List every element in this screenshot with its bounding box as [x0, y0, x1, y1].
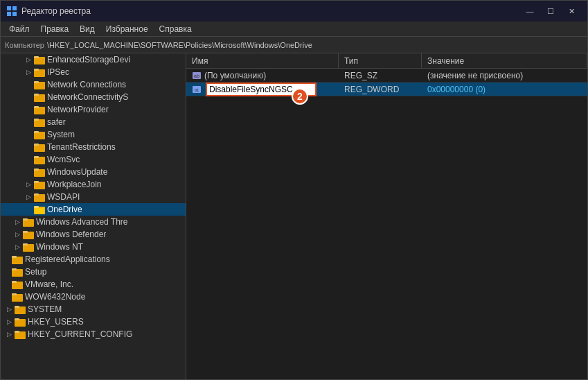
expand-icon[interactable]: ▷	[3, 304, 15, 315]
maximize-button[interactable]: ☐	[540, 3, 561, 19]
svg-rect-7	[34, 69, 39, 71]
detail-panel: Имя Тип Значение ab (По умолчанию) REG_S…	[186, 53, 587, 379]
tree-item-setup[interactable]: Setup	[1, 266, 186, 278]
svg-rect-36	[23, 243, 28, 245]
expand-icon[interactable]: ▷	[23, 67, 34, 78]
menu-view[interactable]: Вид	[74, 23, 100, 35]
expand-icon[interactable]	[23, 116, 34, 128]
expand-icon[interactable]: ▷	[23, 179, 34, 190]
expand-icon[interactable]	[23, 129, 34, 140]
tree-label: NetworkProvider	[47, 105, 109, 114]
tree-label: WcmSvc	[47, 155, 80, 164]
menu-file[interactable]: Файл	[3, 23, 35, 35]
close-button[interactable]: ✕	[561, 3, 582, 19]
svg-rect-19	[34, 144, 39, 146]
tree-label: Windows NT	[36, 242, 83, 252]
tree-item-windowsadvanced[interactable]: ▷ Windows Advanced Thre	[1, 216, 186, 228]
svg-rect-17	[34, 131, 39, 133]
folder-icon	[23, 217, 34, 227]
folder-icon	[23, 242, 34, 252]
tree-item-hkeycurrentconfig[interactable]: ▷ HKEY_CURRENT_CONFIG	[1, 328, 186, 340]
cell-name-default: ab (По умолчанию)	[186, 71, 339, 80]
expand-icon[interactable]	[1, 254, 12, 265]
svg-rect-21	[34, 156, 39, 158]
expand-icon[interactable]: ▷	[3, 316, 15, 327]
expand-icon[interactable]	[23, 104, 34, 115]
folder-icon	[34, 80, 45, 89]
tree-label: EnhancedStorageDevi	[47, 55, 130, 64]
tree-item-tenantrestrictions[interactable]: TenantRestrictions	[1, 141, 186, 153]
column-header-type: Тип	[339, 53, 422, 68]
expand-icon[interactable]	[23, 141, 34, 153]
svg-rect-48	[15, 318, 19, 320]
tree-item-system[interactable]: System	[1, 128, 186, 141]
svg-rect-23	[34, 169, 39, 171]
tree-item-windowsnt[interactable]: ▷ Windows NT	[1, 241, 186, 253]
window-controls: — ☐ ✕	[519, 3, 582, 19]
tree-item-wcmsvc[interactable]: WcmSvc	[1, 153, 186, 166]
tree-item-safer[interactable]: safer	[1, 116, 186, 128]
expand-icon[interactable]	[23, 154, 34, 165]
cell-type-disablefilesync: REG_DWORD	[339, 85, 422, 94]
tree-item-wow6432node[interactable]: WOW6432Node	[1, 291, 186, 303]
tree-item-windowsdefender[interactable]: ▷ Windows Defender	[1, 228, 186, 241]
tree-item-registeredapps[interactable]: RegisteredApplications	[1, 253, 186, 266]
folder-icon	[15, 304, 26, 314]
folder-icon	[34, 92, 45, 102]
tree-item-hkeyusers[interactable]: ▷ HKEY_USERS	[1, 316, 186, 328]
expand-icon[interactable]: ▷	[23, 54, 34, 65]
menu-help[interactable]: Справка	[154, 23, 197, 35]
tree-label: IPSec	[47, 67, 69, 77]
tree-item-windowsupdate[interactable]: WindowsUpdate	[1, 166, 186, 178]
minimize-button[interactable]: —	[519, 3, 540, 19]
tree-panel[interactable]: ▷ EnhancedStorageDevi ▷ IPSec	[1, 53, 186, 379]
expand-icon[interactable]	[23, 92, 34, 103]
menu-bar: Файл Правка Вид Избранное Справка	[1, 21, 587, 37]
svg-rect-3	[12, 12, 17, 16]
tree-item-system-root[interactable]: ▷ SYSTEM	[1, 303, 186, 316]
folder-icon	[34, 167, 45, 177]
column-header-value: Значение	[422, 53, 587, 68]
svg-rect-32	[23, 218, 28, 221]
svg-rect-38	[12, 256, 17, 258]
folder-icon	[34, 117, 45, 127]
expand-icon[interactable]	[23, 166, 34, 178]
expand-icon[interactable]	[1, 266, 12, 277]
detail-rows[interactable]: ab (По умолчанию) REG_SZ (значение не пр…	[186, 69, 587, 379]
main-window: Редактор реестра — ☐ ✕ Файл Правка Вид И…	[0, 0, 588, 380]
menu-favorites[interactable]: Избранное	[100, 23, 154, 35]
folder-icon	[12, 254, 23, 264]
tree-item-networkconnectivity[interactable]: NetworkConnectivityS	[1, 91, 186, 103]
detail-row-disablefilesync[interactable]: 01 REG_DWORD 0x00000000 (0) 2	[186, 83, 587, 96]
main-content: ▷ EnhancedStorageDevi ▷ IPSec	[1, 53, 587, 379]
tree-item-network-connections[interactable]: Network Connections	[1, 78, 186, 91]
tree-item-enhancedstorage[interactable]: ▷ EnhancedStorageDevi	[1, 53, 186, 66]
tree-label: SYSTEM	[28, 304, 62, 314]
expand-icon[interactable]: ▷	[23, 191, 34, 202]
tree-label: safer	[47, 117, 66, 127]
expand-icon[interactable]: ▷	[12, 229, 23, 240]
expand-icon[interactable]: ▷	[12, 216, 23, 227]
title-bar: Редактор реестра — ☐ ✕	[1, 1, 587, 21]
tree-item-wsdapi[interactable]: ▷ WSDAPI	[1, 191, 186, 203]
expand-icon[interactable]	[1, 279, 12, 290]
expand-icon[interactable]: ▷	[3, 329, 15, 340]
menu-edit[interactable]: Правка	[35, 23, 75, 35]
svg-rect-40	[12, 268, 17, 270]
tree-item-vmware[interactable]: VMware, Inc.	[1, 278, 186, 291]
folder-icon	[34, 155, 45, 164]
tree-item-workplacejoin[interactable]: ▷ WorkplaceJoin	[1, 178, 186, 191]
svg-rect-0	[7, 6, 11, 10]
tree-item-onedrive[interactable]: OneDrive	[1, 203, 186, 216]
folder-icon	[34, 67, 45, 77]
expand-icon[interactable]	[23, 204, 34, 215]
address-bar: Компьютер \HKEY_LOCAL_MACHINE\SOFTWARE\P…	[1, 37, 587, 53]
expand-icon[interactable]: ▷	[12, 241, 23, 252]
detail-row-default[interactable]: ab (По умолчанию) REG_SZ (значение не пр…	[186, 69, 587, 83]
tree-item-ipsec[interactable]: ▷ IPSec	[1, 66, 186, 78]
column-header-name: Имя	[186, 53, 339, 68]
tree-item-networkprovider[interactable]: NetworkProvider	[1, 103, 186, 116]
expand-icon[interactable]	[1, 291, 12, 302]
folder-icon	[34, 192, 45, 202]
expand-icon[interactable]	[23, 79, 34, 90]
